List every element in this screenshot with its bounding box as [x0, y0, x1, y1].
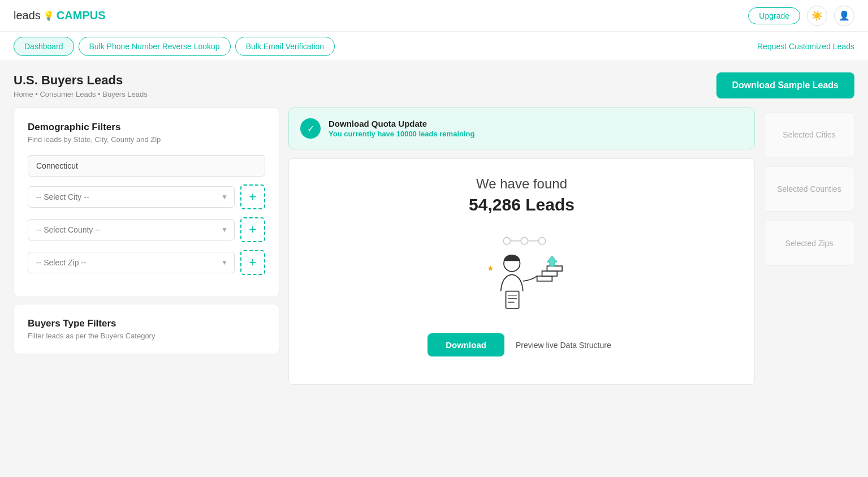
found-count: 54,286 Leads: [469, 195, 575, 214]
svg-rect-10: [537, 276, 552, 281]
zip-row: -- Select Zip -- ▼ +: [28, 250, 265, 275]
right-panel: Selected Cities Selected Counties Select…: [764, 108, 854, 465]
county-select-wrapper: -- Select County -- ▼: [28, 219, 235, 240]
filters-title: Demographic Filters: [28, 122, 265, 133]
sun-icon: ☀️: [811, 10, 823, 21]
zip-select-wrapper: -- Select Zip -- ▼: [28, 252, 235, 273]
main: Demographic Filters Find leads by State,…: [0, 108, 868, 477]
tab-dashboard[interactable]: Dashboard: [14, 37, 74, 56]
tab-bulk-phone[interactable]: Bulk Phone Number Reverse Lookup: [79, 37, 231, 56]
left-panel: Demographic Filters Find leads by State,…: [14, 108, 279, 465]
svg-rect-12: [547, 266, 562, 271]
logo: leads 💡 CAMPUS: [14, 9, 105, 22]
tab-bulk-email[interactable]: Bulk Email Verification: [235, 37, 335, 56]
download-sample-button[interactable]: Download Sample Leads: [716, 72, 854, 98]
state-display: Connecticut: [28, 155, 265, 177]
quota-banner: ✓ Download Quota Update You currently ha…: [288, 108, 755, 149]
header-right: Upgrade ☀️ 👤: [748, 6, 854, 26]
user-menu[interactable]: 👤: [834, 6, 854, 26]
upgrade-button[interactable]: Upgrade: [748, 7, 800, 24]
logo-campus: CAMPUS: [57, 9, 106, 22]
city-select[interactable]: -- Select City --: [28, 186, 235, 208]
quota-subtitle: You currently have 10000 leads remaining: [329, 130, 474, 138]
buyers-filters-card: Buyers Type Filters Filter leads as per …: [14, 304, 279, 354]
add-city-button[interactable]: +: [240, 184, 265, 209]
logo-icon: 💡: [43, 10, 54, 21]
quota-shield-icon: ✓: [300, 118, 321, 139]
svg-text:★: ★: [486, 264, 494, 273]
user-icon: 👤: [839, 10, 850, 21]
theme-toggle[interactable]: ☀️: [807, 6, 827, 26]
nav: Dashboard Bulk Phone Number Reverse Look…: [0, 32, 868, 61]
download-button[interactable]: Download: [427, 333, 504, 356]
quota-title: Download Quota Update: [329, 119, 474, 128]
found-text: We have found: [476, 176, 567, 192]
nav-tabs: Dashboard Bulk Phone Number Reverse Look…: [14, 37, 335, 56]
buyers-filters-title: Buyers Type Filters: [28, 318, 265, 329]
add-county-button[interactable]: +: [240, 217, 265, 242]
selected-counties-panel: Selected Counties: [764, 166, 854, 212]
breadcrumb: Home • Consumer Leads • Buyers Leads: [14, 90, 148, 98]
center-panel: ✓ Download Quota Update You currently ha…: [288, 108, 755, 465]
demographic-filters-card: Demographic Filters Find leads by State,…: [14, 108, 279, 297]
filters-subtitle: Find leads by State, City, County and Zi…: [28, 135, 265, 144]
request-customized-leads-link[interactable]: Request Customized Leads: [757, 42, 854, 51]
quota-text: Download Quota Update You currently have…: [329, 119, 474, 138]
county-select[interactable]: -- Select County --: [28, 219, 235, 240]
leads-illustration: ★: [465, 226, 578, 316]
header: leads 💡 CAMPUS Upgrade ☀️ 👤: [0, 0, 868, 32]
county-row: -- Select County -- ▼ +: [28, 217, 265, 242]
logo-leads: leads: [14, 9, 41, 22]
city-row: -- Select City -- ▼ +: [28, 184, 265, 209]
svg-point-0: [503, 237, 510, 244]
selected-zips-panel: Selected Zips: [764, 221, 854, 266]
add-zip-button[interactable]: +: [240, 250, 265, 275]
buyers-filters-subtitle: Filter leads as per the Buyers Category: [28, 332, 265, 340]
results-card: We have found 54,286 Leads: [288, 158, 755, 385]
preview-button[interactable]: Preview live Data Structure: [511, 334, 616, 356]
actions-row: Download Preview live Data Structure: [427, 333, 616, 356]
svg-point-2: [521, 237, 528, 244]
city-select-wrapper: -- Select City -- ▼: [28, 186, 235, 208]
svg-rect-11: [542, 271, 557, 276]
page-header: U.S. Buyers Leads Home • Consumer Leads …: [0, 61, 868, 108]
zip-select[interactable]: -- Select Zip --: [28, 252, 235, 273]
page-title: U.S. Buyers Leads: [14, 73, 148, 88]
page-title-section: U.S. Buyers Leads Home • Consumer Leads …: [14, 73, 148, 98]
selected-cities-panel: Selected Cities: [764, 112, 854, 157]
svg-rect-6: [506, 291, 519, 308]
svg-point-4: [538, 237, 545, 244]
